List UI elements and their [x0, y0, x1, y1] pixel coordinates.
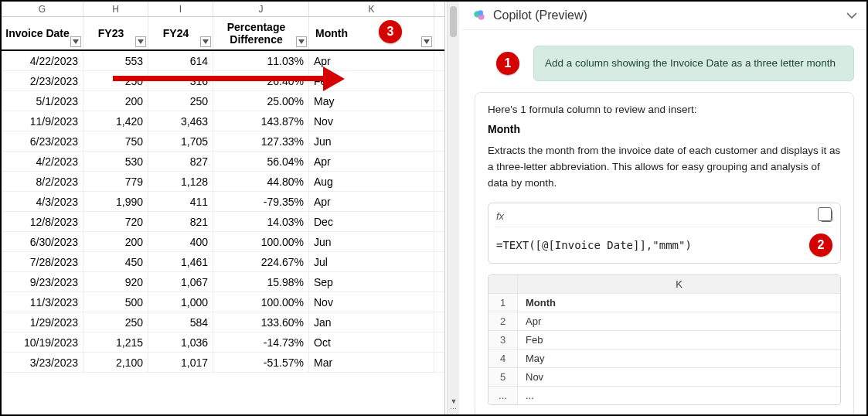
filter-dropdown-icon[interactable] [135, 36, 146, 47]
cell-pct[interactable]: 224.67% [213, 252, 309, 271]
filter-dropdown-icon[interactable] [200, 36, 211, 47]
cell-pct[interactable]: 26.40% [213, 71, 309, 90]
cell-month[interactable]: Jun [309, 131, 434, 151]
cell-month[interactable]: Apr [309, 152, 434, 171]
cell-fy24[interactable]: 316 [148, 71, 213, 90]
col-letter[interactable]: H [83, 2, 148, 16]
filter-dropdown-icon[interactable] [70, 36, 81, 47]
cell-pct[interactable]: 25.00% [213, 91, 309, 111]
cell-month[interactable]: Sep [309, 272, 434, 292]
cell-pct[interactable]: 127.33% [213, 131, 309, 151]
scroll-resize-icon[interactable]: ⋯ [450, 405, 457, 413]
cell-fy23[interactable]: 920 [83, 272, 148, 292]
scroll-down-icon[interactable]: ▼ [450, 397, 458, 405]
cell-month[interactable]: Apr [309, 192, 434, 211]
table-row[interactable]: 1/29/2023250584133.60%Jan [2, 312, 444, 332]
cell-pct[interactable]: -14.73% [213, 332, 309, 352]
table-row[interactable]: 5/1/202320025025.00%May [2, 91, 444, 111]
cell-fy23[interactable]: 720 [83, 212, 148, 231]
filter-dropdown-icon[interactable] [296, 36, 307, 47]
vertical-scrollbar[interactable]: ▼ ⋯ [447, 2, 459, 414]
cell-fy24[interactable]: 1,017 [148, 353, 213, 372]
table-row[interactable]: 8/2/20237791,12844.80%Aug [2, 172, 444, 192]
filter-dropdown-icon[interactable] [421, 36, 432, 47]
cell-invoice-date[interactable]: 6/30/2023 [2, 232, 83, 251]
table-row[interactable]: 11/3/20235001,000100.00%Nov [2, 292, 444, 312]
col-letter[interactable]: I [148, 2, 213, 16]
cell-pct[interactable]: -79.35% [213, 192, 309, 211]
cell-invoice-date[interactable]: 6/23/2023 [2, 131, 83, 151]
table-row[interactable]: 4/22/202355361411.03%Apr [2, 51, 444, 71]
cell-month[interactable]: Nov [309, 292, 434, 312]
cell-fy23[interactable]: 250 [83, 312, 148, 332]
cell-pct[interactable]: 14.03% [213, 212, 309, 231]
scrollbar-thumb[interactable] [450, 6, 457, 37]
table-row[interactable]: 12/8/202372082114.03%Dec [2, 212, 444, 232]
cell-fy24[interactable]: 1,036 [148, 332, 213, 352]
cell-fy23[interactable]: 450 [83, 252, 148, 271]
cell-invoice-date[interactable]: 3/23/2023 [2, 353, 83, 372]
table-row[interactable]: 4/2/202353082756.04%Apr [2, 152, 444, 172]
cell-fy24[interactable]: 3,463 [148, 111, 213, 131]
cell-fy24[interactable]: 584 [148, 312, 213, 332]
cell-pct[interactable]: -51.57% [213, 353, 309, 372]
cell-pct[interactable]: 133.60% [213, 312, 309, 332]
cell-invoice-date[interactable]: 5/1/2023 [2, 91, 83, 111]
cell-fy23[interactable]: 500 [83, 292, 148, 312]
chevron-down-icon[interactable] [846, 9, 857, 22]
header-invoice-date[interactable]: Invoice Date [2, 17, 83, 49]
header-fy23[interactable]: FY23 [83, 17, 148, 49]
cell-fy23[interactable]: 1,990 [83, 192, 148, 211]
table-row[interactable]: 6/30/2023200400100.00%Jun [2, 232, 444, 252]
cell-month[interactable]: Nov [309, 111, 434, 131]
table-row[interactable]: 4/3/20231,990411-79.35%Apr [2, 192, 444, 212]
cell-invoice-date[interactable]: 4/3/2023 [2, 192, 83, 211]
cell-fy23[interactable]: 530 [83, 152, 148, 171]
header-month[interactable]: Month [309, 17, 434, 49]
table-row[interactable]: 2/23/202325031626.40%Feb [2, 71, 444, 91]
cell-fy24[interactable]: 250 [148, 91, 213, 111]
cell-fy24[interactable]: 1,000 [148, 292, 213, 312]
cell-fy23[interactable]: 250 [83, 71, 148, 90]
cell-pct[interactable]: 100.00% [213, 232, 309, 251]
cell-pct[interactable]: 15.98% [213, 272, 309, 292]
cell-fy23[interactable]: 750 [83, 131, 148, 151]
cell-month[interactable]: Jun [309, 232, 434, 251]
cell-month[interactable]: Oct [309, 332, 434, 352]
col-letter[interactable]: J [213, 2, 309, 16]
cell-pct[interactable]: 100.00% [213, 292, 309, 312]
copy-icon[interactable] [820, 210, 832, 222]
cell-month[interactable]: Mar [309, 353, 434, 372]
cell-fy23[interactable]: 200 [83, 232, 148, 251]
cell-fy24[interactable]: 1,461 [148, 252, 213, 271]
cell-fy23[interactable]: 1,215 [83, 332, 148, 352]
cell-invoice-date[interactable]: 2/23/2023 [2, 71, 83, 90]
cell-fy24[interactable]: 614 [148, 51, 213, 70]
cell-invoice-date[interactable]: 7/28/2023 [2, 252, 83, 271]
table-row[interactable]: 10/19/20231,2151,036-14.73%Oct [2, 332, 444, 353]
cell-invoice-date[interactable]: 4/22/2023 [2, 51, 83, 70]
cell-invoice-date[interactable]: 8/2/2023 [2, 172, 83, 191]
cell-pct[interactable]: 143.87% [213, 111, 309, 131]
cell-month[interactable]: Dec [309, 212, 434, 231]
cell-pct[interactable]: 56.04% [213, 152, 309, 171]
header-fy24[interactable]: FY24 [148, 17, 213, 49]
cell-fy24[interactable]: 400 [148, 232, 213, 251]
table-row[interactable]: 6/23/20237501,705127.33%Jun [2, 131, 444, 152]
cell-invoice-date[interactable]: 11/9/2023 [2, 111, 83, 131]
cell-fy24[interactable]: 827 [148, 152, 213, 171]
cell-invoice-date[interactable]: 10/19/2023 [2, 332, 83, 352]
cell-invoice-date[interactable]: 4/2/2023 [2, 152, 83, 171]
cell-pct[interactable]: 44.80% [213, 172, 309, 191]
cell-pct[interactable]: 11.03% [213, 51, 309, 70]
cell-invoice-date[interactable]: 9/23/2023 [2, 272, 83, 292]
cell-fy24[interactable]: 1,705 [148, 131, 213, 151]
table-row[interactable]: 7/28/20234501,461224.67%Jul [2, 252, 444, 272]
cell-month[interactable]: May [309, 91, 434, 111]
col-letter[interactable]: K [309, 2, 434, 16]
cell-month[interactable]: Feb [309, 71, 434, 90]
cell-invoice-date[interactable]: 11/3/2023 [2, 292, 83, 312]
table-row[interactable]: 9/23/20239201,06715.98%Sep [2, 272, 444, 292]
cell-fy24[interactable]: 1,067 [148, 272, 213, 292]
cell-fy24[interactable]: 821 [148, 212, 213, 231]
